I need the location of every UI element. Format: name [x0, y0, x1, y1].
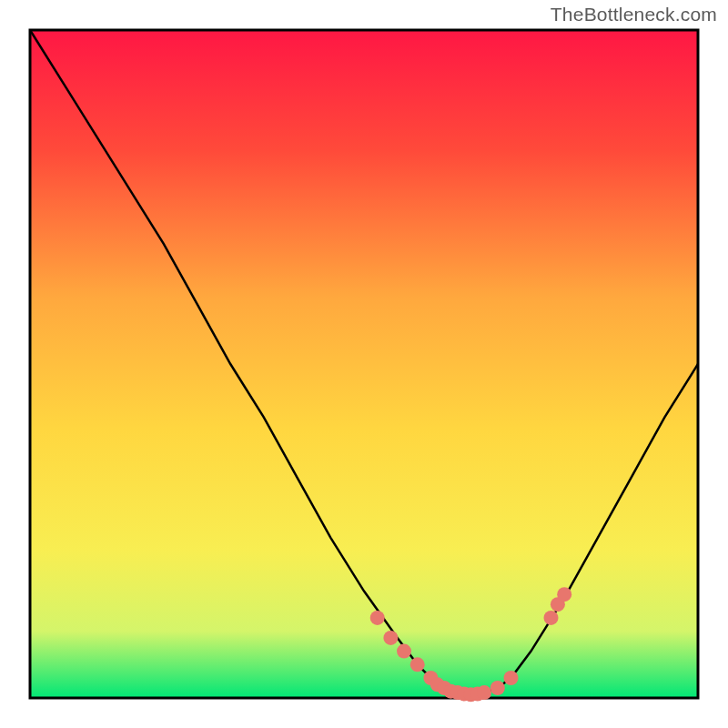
marker-dot — [397, 644, 411, 659]
marker-dot — [490, 681, 505, 695]
plot-area — [30, 30, 698, 702]
marker-dot — [370, 611, 385, 625]
marker-dot — [410, 657, 425, 672]
marker-dot — [477, 685, 491, 700]
marker-dot — [504, 671, 519, 685]
gradient-background — [30, 30, 698, 698]
marker-dot — [383, 631, 398, 645]
watermark-text: TheBottleneck.com — [551, 4, 717, 25]
marker-dot — [557, 587, 571, 602]
chart-svg — [0, 0, 728, 728]
marker-dot — [544, 611, 559, 625]
chart-container: TheBottleneck.com — [0, 0, 728, 728]
